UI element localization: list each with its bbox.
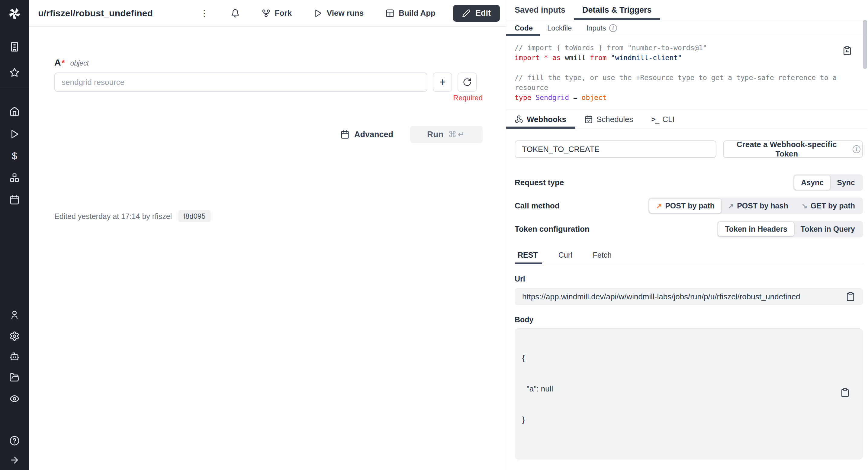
option-post-by-path[interactable]: ↗ POST by path [649,199,721,213]
tab-fetch[interactable]: Fetch [589,251,616,264]
play-icon [313,9,322,18]
option-sync[interactable]: Sync [830,176,862,190]
help-icon[interactable] [9,436,20,446]
option-async[interactable]: Async [794,176,830,190]
main-column: u/rfiszel/robust_undefined ⋮ Fork View r… [29,0,506,470]
token-configuration-toggle: Token in Headers Token in Query [717,221,863,238]
panel-tab-bar: Saved inputs Details & Triggers [506,0,868,20]
snippet-tab-bar: REST Curl Fetch [515,251,863,264]
terminal-icon: >_ [651,115,659,124]
edit-button[interactable]: Edit [453,5,500,22]
copy-url-button[interactable] [846,292,855,302]
option-token-in-query[interactable]: Token in Query [794,222,862,236]
subtab-code[interactable]: Code [506,20,540,36]
body-label: Body [515,315,863,324]
arrow-up-right-icon: ↗ [728,202,734,210]
tab-rest[interactable]: REST [515,251,542,264]
option-post-by-hash[interactable]: ↗ POST by hash [721,199,795,213]
plus-icon: + [439,77,445,88]
argument-name: A [54,57,61,68]
edited-text: Edited yesterday at 17:14 by rfiszel [54,212,172,221]
runs-play-icon[interactable] [9,129,20,139]
fork-button[interactable]: Fork [261,8,292,18]
token-configuration-row: Token configuration Token in Headers Tok… [515,221,863,238]
folders-icon[interactable] [9,372,20,383]
resources-cubes-icon[interactable] [9,173,20,183]
notifications-bell-icon[interactable] [231,9,240,18]
topbar-actions: ⋮ Fork View runs Build App [200,5,506,22]
settings-gear-icon[interactable] [9,331,20,341]
body-json-box: { "a": null } [515,328,863,460]
tab-cli[interactable]: >_ CLI [642,110,683,129]
argument-label-row: A * object [54,57,483,68]
tab-schedules[interactable]: Schedules [575,110,642,129]
argument-type: object [70,59,89,67]
app-window: $ u/rfiszel/ro [0,0,868,470]
token-input[interactable] [515,140,716,158]
arrow-up-right-icon: ↗ [656,202,662,210]
webhook-url-value: https://app.windmill.dev/api/w/windmill-… [522,292,800,302]
call-method-label: Call method [515,201,560,211]
required-message: Required [54,94,483,102]
view-runs-button[interactable]: View runs [313,8,364,18]
kebab-menu-icon[interactable]: ⋮ [200,9,209,18]
fork-icon [261,9,271,18]
cmd-enter-shortcut: ⌘↵ [448,130,466,139]
build-app-button[interactable]: Build App [385,8,435,18]
token-configuration-label: Token configuration [515,224,590,234]
refresh-icon [463,77,472,87]
workers-robot-icon[interactable] [9,351,20,362]
url-label: Url [515,275,863,283]
topbar: u/rfiszel/robust_undefined ⋮ Fork View r… [29,0,506,27]
run-form: A * object + Required Advanced [29,27,483,222]
home-icon[interactable] [9,106,20,117]
panel-scrollbar[interactable] [863,20,867,69]
variables-dollar-icon[interactable]: $ [9,151,20,161]
windmill-logo-icon[interactable] [0,0,29,27]
copy-code-button[interactable] [842,46,852,57]
webhook-url-field: https://app.windmill.dev/api/w/windmill-… [515,288,863,305]
tab-details-triggers[interactable]: Details & Triggers [574,0,660,20]
clipboard-icon [846,292,855,302]
tab-saved-inputs[interactable]: Saved inputs [506,0,574,20]
tab-curl[interactable]: Curl [554,251,577,264]
details-panel: Saved inputs Details & Triggers Code Loc… [506,0,868,470]
call-method-toggle: ↗ POST by path ↗ POST by hash ↘ GET by p… [648,197,863,214]
required-asterisk: * [62,58,65,68]
argument-input[interactable] [54,72,427,92]
favorites-star-icon[interactable] [9,67,20,77]
webhook-icon [515,115,523,124]
edited-info-row: Edited yesterday at 17:14 by rfiszel f8d… [54,210,483,222]
create-webhook-token-button[interactable]: Create a Webhook-specific Token i [723,140,863,158]
run-actions-row: Advanced Run ⌘↵ [54,126,483,143]
request-type-row: Request type Async Sync [515,174,863,191]
page-title: u/rfiszel/robust_undefined [38,8,153,19]
run-button[interactable]: Run ⌘↵ [410,126,483,143]
option-token-in-headers[interactable]: Token in Headers [718,222,794,236]
version-hash-badge: f8d095 [179,210,210,222]
subtab-inputs[interactable]: Inputs i [579,20,624,36]
add-property-button[interactable]: + [433,72,452,92]
tab-webhooks[interactable]: Webhooks [506,110,575,129]
workspace-building-icon[interactable] [9,42,20,52]
call-method-row: Call method ↗ POST by path ↗ POST by has… [515,197,863,214]
clipboard-copy-icon [842,46,852,56]
arrow-down-right-icon: ↘ [802,202,808,210]
calendar-check-icon [584,115,593,124]
info-icon: i [852,145,861,153]
token-row: Create a Webhook-specific Token i [515,140,863,158]
expand-sidebar-arrow-icon[interactable] [9,455,20,465]
calendar-icon [340,130,349,139]
trigger-tab-bar: Webhooks Schedules >_ CLI [506,110,868,129]
code-editor[interactable]: // import { toWords } from "number-to-wo… [506,36,868,110]
copy-body-button[interactable] [818,378,850,410]
audit-logs-eye-icon[interactable] [9,394,20,404]
users-person-icon[interactable] [9,310,20,320]
subtab-lockfile[interactable]: Lockfile [540,20,579,36]
clipboard-icon [840,388,850,398]
schedules-calendar-icon[interactable] [9,194,20,205]
refresh-button[interactable] [458,72,477,92]
option-get-by-path[interactable]: ↘ GET by path [795,199,862,213]
advanced-button[interactable]: Advanced [340,130,393,139]
sidebar: $ [0,0,29,470]
